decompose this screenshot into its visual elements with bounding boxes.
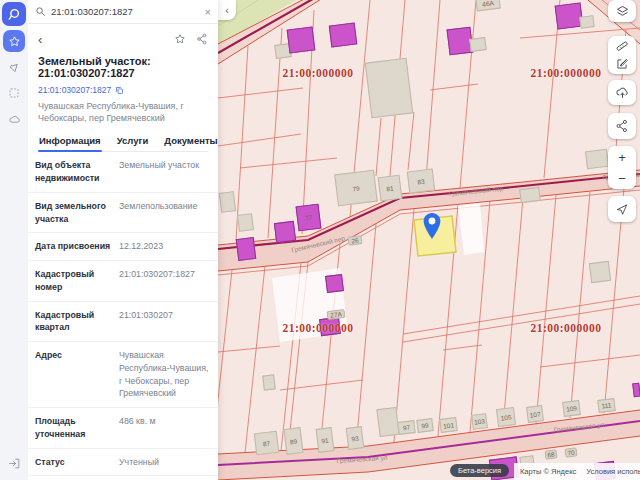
share-icon — [615, 119, 629, 133]
building — [376, 407, 399, 437]
zoom-out-button[interactable]: − — [608, 168, 636, 189]
tab-Документы[interactable]: Документы — [163, 132, 218, 151]
cadastral-map-app: 21:01:030207:1827 × ‹ — [0, 0, 640, 480]
attribute-row: АдресЧувашская Республика-Чувашия, г Чеб… — [28, 342, 218, 408]
favorites-button[interactable] — [3, 30, 25, 52]
attribute-label: Вид земельного участка — [35, 200, 119, 226]
beta-badge: Бета-версия — [450, 464, 509, 477]
building: 109 — [562, 400, 581, 417]
building: 105 — [496, 407, 516, 427]
share-icon — [196, 33, 208, 45]
building: 83 — [407, 168, 435, 193]
share-object-button[interactable] — [196, 31, 208, 49]
dashed-square-icon — [8, 87, 20, 99]
measure-tools-group — [608, 36, 636, 74]
quarter-label: 21:00:000000 — [530, 322, 601, 334]
share-map-button[interactable] — [608, 113, 636, 139]
building — [589, 261, 611, 283]
draw-button[interactable] — [608, 55, 636, 73]
address-plate: 70 — [564, 447, 577, 457]
attribute-row: Дата присвоения12.12.2023 — [28, 233, 218, 261]
building: 111 — [597, 398, 615, 413]
attribute-value: 12.12.2023 — [119, 240, 218, 253]
star-icon — [8, 35, 21, 48]
building: 77 — [296, 204, 322, 232]
copy-icon[interactable] — [115, 86, 124, 95]
building: 93 — [346, 426, 365, 450]
building — [632, 383, 640, 398]
attribute-row: Кадастровый номер21:01:030207:1827 — [28, 261, 218, 302]
search-bar[interactable]: 21:01:030207:1827 × — [28, 0, 218, 24]
attribute-value: Чувашская Республика-Чувашия, г Чебоксар… — [119, 349, 218, 400]
zoom-in-button[interactable]: + — [608, 147, 636, 168]
sign-in-icon — [8, 457, 21, 470]
attribute-value: Учтенный — [119, 456, 218, 469]
quarter-label: 21:00:000000 — [282, 322, 353, 334]
collapse-panel-button[interactable]: ‹ — [218, 0, 236, 20]
edit-pencil-icon — [615, 57, 629, 71]
building — [329, 22, 357, 47]
star-outline-icon — [174, 33, 186, 45]
quarter-label: 21:00:000000 — [282, 67, 353, 79]
building — [262, 374, 276, 390]
attribute-label: Дата присвоения — [35, 240, 119, 253]
tab-Услуги[interactable]: Услуги — [116, 132, 150, 151]
building: 81 — [378, 175, 403, 202]
building — [365, 58, 414, 119]
tab-Информация[interactable]: Информация — [38, 132, 102, 151]
building — [325, 274, 344, 293]
attribute-value: 486 кв. м — [119, 415, 218, 441]
attribute-row: Площадь уточненная486 кв. м — [28, 408, 218, 449]
layers-button[interactable] — [608, 0, 636, 22]
logo-pin-icon — [7, 7, 21, 21]
cadastral-number-link[interactable]: 21:01:030207:1827 — [38, 85, 111, 95]
map-canvas[interactable]: 46А798183772627А878991939799101103105107… — [218, 0, 640, 480]
terms-link[interactable]: Условия использования — [586, 467, 640, 476]
building — [287, 27, 316, 54]
building — [469, 37, 486, 52]
copyright-link[interactable]: Карты © Яндекс — [520, 467, 576, 476]
building — [236, 237, 257, 261]
building: 103 — [471, 413, 488, 430]
announcements-button[interactable] — [3, 56, 25, 78]
attribute-value: Земельный участок — [119, 159, 218, 185]
back-button[interactable]: ‹ — [38, 34, 42, 46]
building — [585, 149, 609, 170]
address-plate: 26 — [348, 235, 363, 246]
layers-icon — [615, 4, 630, 19]
sign-in-button[interactable] — [3, 452, 25, 474]
building: 87 — [254, 431, 280, 456]
cloud-icon — [8, 113, 21, 126]
panel-scroll-area[interactable]: ‹ — [28, 24, 218, 480]
panel-tabs: ИнформацияУслугиДокументы — [38, 132, 208, 152]
upload-layer-button[interactable] — [608, 80, 636, 105]
building — [219, 191, 236, 213]
search-input[interactable]: 21:01:030207:1827 — [51, 6, 200, 17]
locate-arrow-icon — [615, 202, 629, 216]
attribute-label: Кадастровый номер — [35, 268, 119, 294]
app-logo[interactable] — [2, 2, 26, 26]
zoom-control: + − — [608, 146, 636, 189]
attribute-label: Площадь уточненная — [35, 415, 119, 441]
search-clear-icon[interactable]: × — [205, 6, 211, 18]
attribute-label: Адрес — [35, 349, 119, 400]
left-icon-rail — [0, 0, 28, 480]
select-area-button[interactable] — [3, 82, 25, 104]
object-title: Земельный участок: 21:01:030207:1827 — [38, 55, 208, 79]
location-pin — [419, 210, 445, 244]
attributes-table: Вид объекта недвижимостиЗемельный участо… — [28, 152, 218, 480]
attribute-row: Вид земельного участкаЗемлепользование — [28, 193, 218, 234]
cloud-button[interactable] — [3, 108, 25, 130]
building: 107 — [526, 405, 544, 423]
megaphone-icon — [8, 61, 21, 74]
attribute-value: Землепользование — [119, 200, 218, 226]
search-icon — [35, 6, 46, 17]
favorite-star-button[interactable] — [174, 31, 186, 49]
building: 79 — [334, 170, 378, 207]
attribute-label: Кадастровый квартал — [35, 309, 119, 335]
my-location-button[interactable] — [608, 196, 636, 222]
ruler-button[interactable] — [608, 37, 636, 55]
building: 97 — [397, 420, 415, 435]
attribute-label: Статус — [35, 456, 119, 469]
object-address: Чувашская Республика-Чувашия, г Чебоксар… — [38, 100, 208, 124]
